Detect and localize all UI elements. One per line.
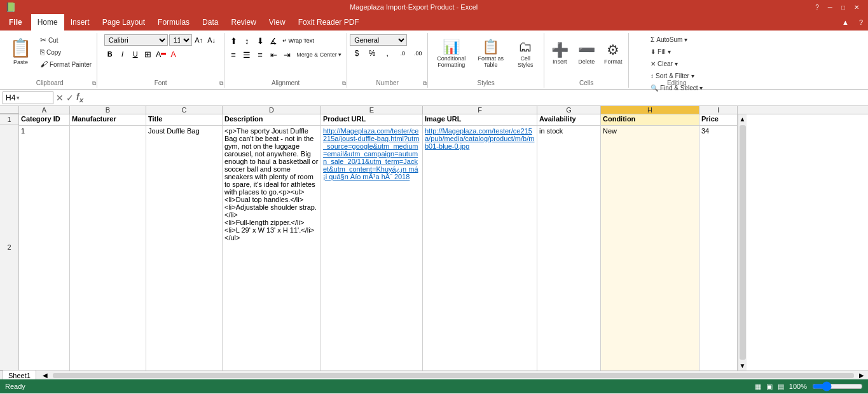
scroll-right-arrow[interactable]: ▶ <box>855 372 868 379</box>
decrease-indent-button[interactable]: ⇤ <box>267 48 280 61</box>
cell-E2[interactable]: http://Mageplaza.com/tester/ce215a/joust… <box>321 126 423 370</box>
cell-H1[interactable]: Condition <box>601 114 699 126</box>
col-header-D[interactable]: D <box>223 106 321 114</box>
cell-D2[interactable]: <p>The sporty Joust Duffle Bag can't be … <box>223 126 321 370</box>
h-scroll-thumb[interactable] <box>53 373 854 378</box>
view-layout[interactable]: ▣ <box>766 383 773 391</box>
ribbon-help-btn[interactable]: ? <box>854 14 868 31</box>
underline-button[interactable]: U <box>130 48 141 60</box>
col-header-A[interactable]: A <box>19 106 70 114</box>
scroll-left-arrow[interactable]: ◀ <box>39 372 52 379</box>
view-break[interactable]: ▤ <box>778 383 784 391</box>
tab-formulas[interactable]: Formulas <box>151 14 196 31</box>
close-button[interactable]: ✕ <box>850 4 863 11</box>
view-normal[interactable]: ▦ <box>755 383 761 391</box>
cell-reference-box[interactable]: H4 ▾ <box>3 92 53 104</box>
dollar-button[interactable]: $ <box>350 47 364 60</box>
cell-B1[interactable]: Manufacturer <box>70 114 146 126</box>
formula-fx-icon[interactable]: fx <box>76 92 83 104</box>
vertical-scrollbar[interactable]: ▲ ▼ <box>738 114 747 370</box>
cell-B2[interactable] <box>70 126 146 370</box>
alignment-expand-icon[interactable]: ⧉ <box>342 80 346 87</box>
cell-G2[interactable]: in stock <box>537 126 601 370</box>
tab-file[interactable]: File <box>0 14 31 31</box>
align-right-button[interactable]: ≡ <box>254 48 266 61</box>
border-button[interactable]: ⊞ <box>142 48 154 60</box>
tab-data[interactable]: Data <box>196 14 224 31</box>
font-expand-icon[interactable]: ⧉ <box>219 80 223 87</box>
paste-button[interactable]: 📋 Paste <box>5 34 36 79</box>
align-top-button[interactable]: ⬆ <box>227 34 240 47</box>
tab-view[interactable]: View <box>263 14 292 31</box>
cell-I1[interactable]: Price <box>699 114 738 126</box>
number-expand-icon[interactable]: ⧉ <box>423 80 427 87</box>
number-format-select[interactable]: General <box>350 34 407 46</box>
cell-C1[interactable]: Title <box>146 114 223 126</box>
sheet-tab[interactable]: Sheet1 <box>3 370 36 379</box>
delete-cells-button[interactable]: ➖ Delete <box>574 34 599 72</box>
font-color-button[interactable]: A <box>168 48 179 60</box>
zoom-slider[interactable] <box>812 381 863 391</box>
font-name-select[interactable]: Calibri <box>104 34 168 46</box>
autosum-button[interactable]: Σ AutoSum ▾ <box>647 34 691 45</box>
increase-font-button[interactable]: A↑ <box>193 34 205 46</box>
col-header-G[interactable]: G <box>537 106 601 114</box>
cut-button[interactable]: ✂ Cut <box>38 34 94 46</box>
col-header-E[interactable]: E <box>321 106 423 114</box>
scroll-down-arrow[interactable]: ▼ <box>738 361 747 370</box>
clipboard-expand-icon[interactable]: ⧉ <box>92 80 96 87</box>
formula-cancel-icon[interactable]: ✕ <box>56 93 64 103</box>
cell-H2[interactable]: New <box>601 126 699 370</box>
increase-indent-button[interactable]: ⇥ <box>280 48 293 61</box>
minimize-button[interactable]: ─ <box>824 4 836 11</box>
format-table-button[interactable]: 📋 Format as Table <box>473 34 508 72</box>
col-header-F[interactable]: F <box>423 106 537 114</box>
col-header-I[interactable]: I <box>699 106 738 114</box>
help-icon[interactable]: ? <box>811 4 823 11</box>
wrap-text-button[interactable]: ↵Wrap Text <box>280 34 315 47</box>
percent-button[interactable]: % <box>365 47 379 60</box>
col-header-B[interactable]: B <box>70 106 146 114</box>
cell-A1[interactable]: Category ID <box>19 114 70 126</box>
cell-D1[interactable]: Description <box>223 114 321 126</box>
cell-F1[interactable]: Image URL <box>423 114 537 126</box>
cell-E1[interactable]: Product URL <box>321 114 423 126</box>
align-left-button[interactable]: ≡ <box>227 48 240 61</box>
font-size-select[interactable]: 11 <box>169 34 192 46</box>
bold-button[interactable]: B <box>104 48 116 60</box>
restore-button[interactable]: □ <box>837 4 849 11</box>
insert-cells-button[interactable]: ➕ Insert <box>547 34 572 72</box>
tab-foxit[interactable]: Foxit Reader PDF <box>292 14 366 31</box>
align-center-button[interactable]: ☰ <box>240 48 253 61</box>
decrease-font-button[interactable]: A↓ <box>206 34 217 46</box>
ribbon-minimize-btn[interactable]: ▲ <box>837 14 854 31</box>
align-middle-button[interactable]: ↕ <box>240 34 253 47</box>
italic-button[interactable]: I <box>117 48 128 60</box>
scroll-up-arrow[interactable]: ▲ <box>738 114 747 124</box>
formula-confirm-icon[interactable]: ✓ <box>66 93 74 103</box>
comma-button[interactable]: , <box>380 47 394 60</box>
col-header-H[interactable]: H <box>601 106 699 114</box>
increase-decimal-button[interactable]: .0 <box>396 47 410 60</box>
cell-C2[interactable]: Joust Duffle Bag <box>146 126 223 370</box>
format-painter-button[interactable]: 🖌 Format Painter <box>38 58 94 70</box>
tab-home[interactable]: Home <box>31 14 64 31</box>
cell-styles-button[interactable]: 🗂 Cell Styles <box>509 34 541 72</box>
cell-A2[interactable]: 1 <box>19 126 70 370</box>
tab-page-layout[interactable]: Page Layout <box>96 14 151 31</box>
merge-center-button[interactable]: Merge & Center ▾ <box>294 48 344 61</box>
cell-F2[interactable]: http://Mageplaza.com/tester/ce215a/pub/m… <box>423 126 537 370</box>
formula-input[interactable] <box>86 92 865 104</box>
fill-color-button[interactable]: A <box>155 48 167 60</box>
corner-cell[interactable] <box>0 106 19 114</box>
format-cells-button[interactable]: ⚙ Format <box>600 34 626 72</box>
decrease-decimal-button[interactable]: .00 <box>411 47 425 60</box>
fill-button[interactable]: ⬇ Fill ▾ <box>647 46 674 57</box>
copy-button[interactable]: ⎘ Copy <box>38 46 94 58</box>
align-bottom-button[interactable]: ⬇ <box>254 34 266 47</box>
clear-button[interactable]: ✕ Clear ▾ <box>647 58 681 69</box>
cell-ref-dropdown[interactable]: ▾ <box>17 95 20 101</box>
row-header-1[interactable]: 1 <box>0 114 19 125</box>
tab-review[interactable]: Review <box>224 14 262 31</box>
horizontal-scrollbar[interactable]: ◀ ▶ <box>39 371 868 379</box>
